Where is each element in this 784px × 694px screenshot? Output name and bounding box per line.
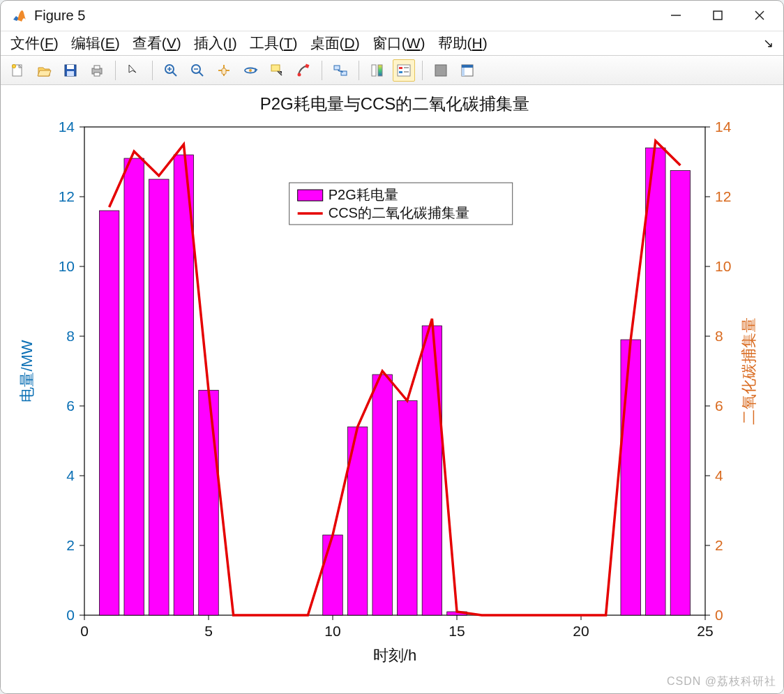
svg-text:二氧化碳捕集量: 二氧化碳捕集量 [740,317,757,425]
legend-button[interactable] [393,59,415,82]
zoom-out-button[interactable] [186,59,209,82]
bar [99,211,119,615]
figure-window: Figure 5 文件(F) 编辑(E) 查看(V) 插入(I) 工具(T) 桌… [0,0,784,694]
svg-text:2: 2 [715,537,723,553]
svg-rect-35 [435,65,446,76]
svg-rect-37 [462,65,473,68]
undock-icon[interactable]: ↘ [763,36,774,51]
bar [621,340,640,615]
svg-rect-23 [271,65,280,71]
svg-rect-29 [378,65,382,76]
svg-rect-13 [94,73,100,76]
menu-edit[interactable]: 编辑(E) [71,33,120,53]
svg-text:2: 2 [66,537,75,553]
svg-rect-38 [462,68,465,76]
svg-point-22 [249,69,252,72]
pan-button[interactable] [213,59,235,82]
svg-rect-26 [334,66,340,70]
svg-text:8: 8 [66,328,75,344]
bar [372,375,392,615]
svg-text:6: 6 [66,398,75,414]
svg-text:14: 14 [715,119,732,135]
svg-text:10: 10 [715,258,731,274]
svg-point-7 [13,64,16,68]
svg-text:10: 10 [59,258,75,274]
bar [398,400,417,615]
menu-window[interactable]: 窗口(W) [372,33,425,53]
save-figure-button[interactable] [59,59,82,82]
svg-line-19 [199,72,203,76]
close-button[interactable] [739,1,781,29]
menu-tools[interactable]: 工具(T) [250,33,298,53]
svg-rect-32 [399,71,402,73]
svg-rect-2 [714,11,722,20]
svg-text:25: 25 [697,623,713,639]
svg-text:6: 6 [715,398,723,414]
colorbar-button[interactable] [366,59,389,82]
bar [323,535,342,615]
svg-text:14: 14 [59,119,75,135]
matlab-icon [10,7,27,24]
toolbar [1,55,783,85]
svg-point-25 [298,73,301,76]
menu-desktop[interactable]: 桌面(D) [310,33,360,53]
hide-tools-button[interactable] [430,59,452,82]
svg-rect-31 [399,67,402,69]
svg-rect-24 [305,63,309,68]
svg-rect-12 [94,66,100,69]
svg-text:15: 15 [448,623,465,639]
bar [646,148,665,615]
menubar: 文件(F) 编辑(E) 查看(V) 插入(I) 工具(T) 桌面(D) 窗口(W… [1,31,783,55]
svg-text:10: 10 [324,623,340,639]
bar [149,179,169,615]
bar [124,158,144,615]
svg-text:0: 0 [80,623,89,639]
bar [422,326,442,615]
svg-text:20: 20 [573,623,589,639]
menu-file[interactable]: 文件(F) [10,33,59,53]
maximize-button[interactable] [697,1,739,29]
svg-rect-30 [398,65,410,76]
bar [670,170,690,615]
titlebar: Figure 5 [1,1,783,31]
zoom-in-button[interactable] [160,59,182,82]
rotate3d-button[interactable] [239,59,262,82]
print-button[interactable] [86,59,108,82]
bar [199,390,218,615]
svg-text:CCS的二氧化碳捕集量: CCS的二氧化碳捕集量 [329,205,469,220]
new-figure-button[interactable] [6,59,29,82]
svg-rect-9 [67,65,74,69]
menu-insert[interactable]: 插入(I) [194,33,237,53]
chart: P2G耗电量与CCS的二氧化碳捕集量0510152025时刻/h02468101… [1,85,783,691]
svg-text:4: 4 [715,467,723,483]
minimize-button[interactable] [655,1,697,29]
svg-text:0: 0 [715,607,723,623]
axes-area[interactable]: P2G耗电量与CCS的二氧化碳捕集量0510152025时刻/h02468101… [1,85,783,693]
svg-text:12: 12 [59,188,75,204]
svg-text:时刻/h: 时刻/h [373,647,416,664]
menu-help[interactable]: 帮助(H) [438,33,488,53]
svg-text:5: 5 [204,623,213,639]
svg-rect-10 [67,71,74,76]
menu-view[interactable]: 查看(V) [133,33,181,53]
brush-button[interactable] [292,59,315,82]
svg-text:8: 8 [715,328,723,344]
watermark: CSDN @荔枝科研社 [667,674,776,689]
edit-plot-button[interactable] [123,59,145,82]
open-figure-button[interactable] [33,59,55,82]
svg-text:P2G耗电量: P2G耗电量 [329,187,398,202]
svg-line-15 [172,72,176,76]
svg-text:12: 12 [715,188,731,204]
svg-text:电量/MW: 电量/MW [18,340,36,402]
show-tools-button[interactable] [456,59,478,82]
datacursor-button[interactable] [266,59,288,82]
window-title: Figure 5 [34,8,655,24]
svg-text:P2G耗电量与CCS的二氧化碳捕集量: P2G耗电量与CCS的二氧化碳捕集量 [260,94,530,113]
svg-rect-88 [298,190,323,201]
link-button[interactable] [329,59,352,82]
svg-text:4: 4 [66,467,75,483]
svg-rect-28 [372,65,376,76]
svg-text:0: 0 [66,607,75,623]
